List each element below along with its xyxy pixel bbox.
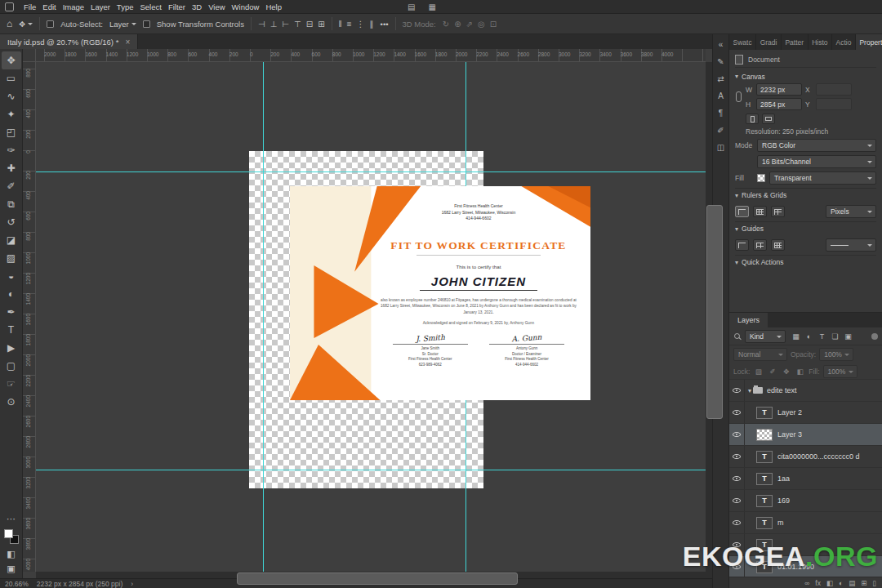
menu-view[interactable]: View [205,2,228,11]
screen-mode-icon[interactable]: ▣ [7,564,15,574]
align-left-edges-icon[interactable]: ⊣ [258,20,265,29]
layer-group-icon[interactable]: ▤ [849,579,855,587]
quick-actions-section-header[interactable]: ▾ Quick Actions [735,255,876,269]
canvas-section-header[interactable]: ▾ Canvas [735,69,876,83]
path-selection-tool[interactable]: ▶ [2,339,21,357]
menu-window[interactable]: Window [229,2,263,11]
3d-slide-icon[interactable]: ◎ [478,20,485,29]
ruler-vertical[interactable]: 8006004002000200400600800100012001400160… [23,62,36,572]
crop-tool[interactable]: ◰ [2,123,21,141]
rectangular-marquee-tool[interactable]: ▭ [2,69,21,87]
layer-filter-toggle-icon[interactable] [871,333,878,340]
layer-visibility-toggle[interactable] [729,512,745,533]
menu-edit[interactable]: Edit [39,2,59,11]
dodge-tool[interactable]: ◐ [2,285,21,303]
vertical-scrollbar[interactable] [706,62,712,572]
auto-select-dropdown[interactable]: Layer [109,20,136,29]
layer-effects-icon[interactable]: fx [815,579,821,587]
panel-tab-histo[interactable]: Histo [808,34,832,50]
show-transform-checkbox[interactable] [143,20,150,28]
lock-transparency-icon[interactable]: ▨ [753,368,764,376]
layer-mask-icon[interactable]: ◧ [826,579,833,587]
clear-guides-icon[interactable] [771,239,785,251]
menu-image[interactable]: Image [60,2,87,11]
rulers-grids-section-header[interactable]: ▾ Rulers & Grids [735,188,876,202]
filter-pixel-layers-icon[interactable]: ▦ [791,332,801,341]
color-swatches[interactable] [4,529,19,544]
collapse-panels-icon[interactable]: « [713,36,729,53]
quick-selection-tool[interactable]: ✦ [2,105,21,123]
close-icon[interactable]: × [125,38,130,47]
3d-rotate-icon[interactable]: ↻ [443,20,449,29]
layer-filter-kind-dropdown[interactable]: Kind [745,330,786,343]
guide-vertical-left[interactable] [263,62,264,572]
distribute-spacing-icon[interactable]: ⋮ [357,20,365,29]
bit-depth-dropdown[interactable]: 16 Bits/Channel [757,155,876,168]
certificate-layer[interactable]: First Fitness Health Center 1682 Larry S… [290,186,590,400]
layer-row[interactable]: Tcita0000000...ccccccc0 d [729,446,882,468]
horizontal-scrollbar[interactable] [36,572,706,578]
3d-drag-icon[interactable]: ⇗ [466,20,473,29]
layer-row[interactable]: ▾edite text [729,380,882,402]
filter-type-layers-icon[interactable]: T [817,332,827,341]
layer-visibility-toggle[interactable] [729,402,745,423]
vertical-scrollbar-thumb[interactable] [706,205,723,419]
y-field[interactable] [816,98,852,110]
eraser-tool[interactable]: ◪ [2,231,21,249]
lock-position-icon[interactable]: ✥ [781,368,791,376]
brush-tool[interactable]: ✐ [2,177,21,195]
fill-swatch[interactable] [757,174,765,182]
panel-tab-swatc[interactable]: Swatc [729,34,756,50]
3d-scale-icon[interactable]: ⊡ [490,20,497,29]
filter-shape-layers-icon[interactable]: ❏ [830,332,840,341]
paragraph-panel-icon[interactable]: ¶ [713,105,729,122]
distribute-horizontally-icon[interactable]: ‖ [339,20,342,29]
layer-row[interactable]: T1aa [729,468,882,490]
status-menu-chevron[interactable]: › [131,580,133,588]
align-to-selection-icon[interactable]: ∥ [370,20,374,29]
distribute-vertically-icon[interactable]: ≡ [347,20,352,29]
hand-tool[interactable]: ☞ [2,375,21,393]
chevron-down-icon[interactable]: ▾ [748,387,751,394]
layer-fill-dropdown[interactable]: 100% [823,365,858,378]
layer-row[interactable]: TLayer 2 [729,402,882,424]
toggle-snap-icon[interactable] [771,206,785,217]
align-horizontal-centers-icon[interactable]: ⊥ [270,20,278,29]
menu-select[interactable]: Select [136,2,164,11]
zoom-tool[interactable]: ⊙ [2,393,21,411]
edit-toolbar-icon[interactable]: ⋯ [7,514,16,524]
layer-visibility-toggle[interactable] [729,446,745,467]
guide-horizontal-bottom[interactable] [36,470,706,470]
brushes-panel-icon[interactable]: ✐ [713,122,729,139]
adjustments-panel-icon[interactable]: ⇄ [713,70,729,87]
layer-visibility-toggle[interactable] [729,490,745,511]
width-field[interactable]: 2232 px [756,83,802,96]
horizontal-scrollbar-thumb[interactable] [237,572,518,585]
layer-row[interactable]: T169 [729,490,882,512]
menu-help[interactable]: Help [262,2,285,11]
color-mode-dropdown[interactable]: RGB Color [757,139,876,152]
character-panel-icon[interactable]: A [713,87,729,105]
menu-file[interactable]: File [20,2,39,11]
lock-image-icon[interactable]: ✐ [767,368,777,376]
panel-tab-patter[interactable]: Patter [782,34,808,50]
filter-smart-objects-icon[interactable]: ▣ [843,332,853,341]
opacity-dropdown[interactable]: 100% [819,348,853,361]
align-top-edges-icon[interactable]: ⊤ [294,20,301,29]
layer-visibility-toggle[interactable] [729,424,745,445]
menu-layer[interactable]: Layer [87,2,114,11]
document-tab[interactable]: Italy id.psd @ 20.7% (RGB/16) * × [0,34,138,49]
new-layer-icon[interactable]: ⊞ [861,579,866,587]
eyedropper-tool[interactable]: ✑ [2,141,21,159]
layer-visibility-toggle[interactable] [729,380,745,401]
lock-all-icon[interactable]: ◧ [795,368,805,376]
blur-tool[interactable]: ◒ [2,267,21,285]
rectangle-tool[interactable]: ▢ [2,357,21,375]
height-field[interactable]: 2854 px [756,98,802,110]
align-vertical-centers-icon[interactable]: ⊟ [306,20,313,29]
filter-adjustment-layers-icon[interactable]: ◐ [804,332,814,341]
canvas[interactable]: First Fitness Health Center 1682 Larry S… [36,62,706,572]
quick-mask-icon[interactable]: ◧ [7,549,15,559]
type-tool[interactable]: T [2,321,21,339]
link-layers-icon[interactable]: ∞ [804,579,809,587]
